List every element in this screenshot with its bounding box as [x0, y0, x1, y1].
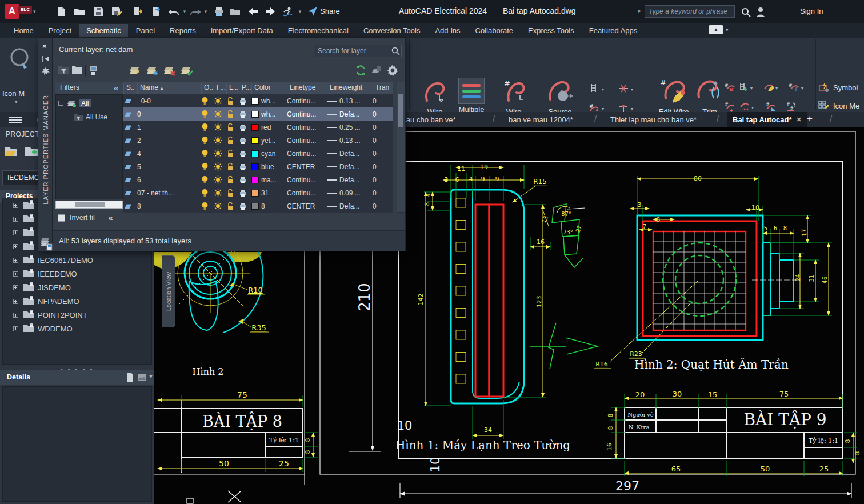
ribbon-tab-featured-apps[interactable]: Featured Apps: [582, 24, 645, 37]
layer-on-icon[interactable]: [201, 121, 214, 134]
ladder-caret-icon[interactable]: ▾: [602, 87, 604, 92]
layer-lineweight[interactable]: Defa...: [327, 160, 373, 173]
layer-row-1[interactable]: 1redContinu...0.25 ...0: [123, 121, 393, 134]
plot-icon[interactable]: [213, 5, 225, 18]
layer-lock-icon[interactable]: [226, 147, 239, 160]
layer-plot-icon[interactable]: [239, 147, 251, 160]
wire-number-tag-caret-icon[interactable]: ▾: [602, 106, 604, 111]
wire-edit-dots-icon[interactable]: [739, 102, 750, 112]
layer-plot-icon[interactable]: [239, 186, 251, 199]
layer-lineweight[interactable]: Defa...: [327, 199, 373, 213]
layer-color[interactable]: yel...: [251, 134, 287, 147]
tree-expand-icon[interactable]: [13, 299, 18, 304]
add-wire-number-icon[interactable]: #: [725, 102, 735, 112]
layer-freeze-icon[interactable]: [214, 199, 226, 213]
layer-plot-icon[interactable]: [239, 160, 251, 173]
tree-expand-icon[interactable]: [13, 285, 18, 290]
layer-settings-toggle-icon[interactable]: [371, 65, 382, 76]
layer-on-icon[interactable]: [201, 94, 214, 107]
palette-close-icon[interactable]: ×: [42, 42, 47, 50]
layer-search-icon[interactable]: [391, 47, 400, 58]
tree-expand-icon[interactable]: [13, 326, 18, 331]
layer-color[interactable]: blue: [251, 160, 287, 173]
column-header-o[interactable]: O..: [201, 83, 214, 94]
tree-expand-icon[interactable]: [13, 230, 18, 235]
column-header-linetype[interactable]: Linetype: [287, 83, 327, 94]
layer-name[interactable]: 2: [137, 134, 201, 147]
ribbon-tab-add-ins[interactable]: Add-ins: [428, 24, 467, 37]
layer-color[interactable]: cyan: [251, 147, 287, 160]
layer-row-4[interactable]: 4cyanContinu...Defa...0: [123, 147, 393, 160]
layer-lock-icon[interactable]: [226, 199, 239, 213]
layer-name[interactable]: _0-0_: [137, 94, 201, 107]
export-icon[interactable]: [131, 5, 144, 18]
ribbon-tab-express-tools[interactable]: Express Tools: [521, 24, 581, 37]
layer-color[interactable]: 31: [251, 186, 287, 199]
layer-freeze-icon[interactable]: [214, 107, 226, 121]
layer-linetype[interactable]: Continu...: [287, 147, 327, 160]
column-header-f[interactable]: F...: [214, 83, 226, 94]
ribbon-tab-reports[interactable]: Reports: [163, 24, 203, 37]
column-header-p[interactable]: P...: [239, 83, 251, 94]
palette-autohide-icon[interactable]: [42, 54, 50, 65]
layer-on-icon[interactable]: [201, 199, 214, 213]
details-collapse-icon[interactable]: ▼: [148, 373, 154, 379]
tree-expand-icon[interactable]: [13, 203, 18, 208]
layer-transparency[interactable]: 0: [373, 173, 393, 186]
column-header-color[interactable]: Color: [251, 83, 287, 94]
ribbon-tab-import-export-data[interactable]: Import/Export Data: [204, 24, 280, 37]
new-project-icon[interactable]: [24, 144, 39, 159]
layer-group-filter-icon[interactable]: [71, 65, 83, 76]
palette-properties-icon[interactable]: [42, 67, 50, 77]
invert-filter-checkbox[interactable]: [58, 214, 65, 222]
layer-grid-scrollbar[interactable]: [397, 82, 405, 213]
layer-lock-icon[interactable]: [226, 94, 239, 107]
ribbon-tab-project[interactable]: Project: [42, 24, 78, 37]
details-doc-icon[interactable]: [126, 373, 134, 384]
layer-name[interactable]: 4: [137, 147, 201, 160]
file-tab[interactable]: Bai tap Autocad*✕: [727, 112, 807, 127]
layer-row-07-net-th-[interactable]: 07 - net th...31Continu...0.09 ...0: [123, 186, 393, 199]
layer-transparency[interactable]: 0: [373, 160, 393, 173]
layer-color[interactable]: wh...: [251, 107, 287, 121]
filters-panel-collapse-icon[interactable]: «: [109, 213, 113, 222]
layer-freeze-icon[interactable]: [214, 160, 226, 173]
project-tree-item-wddemo[interactable]: WDDEMO: [3, 322, 151, 335]
layer-name[interactable]: 6: [137, 173, 201, 186]
layer-plot-icon[interactable]: [239, 199, 251, 213]
qat-menu-caret-icon[interactable]: ▾: [294, 5, 306, 18]
layer-linetype[interactable]: Continu...: [287, 121, 327, 134]
layer-lock-icon[interactable]: [226, 121, 239, 134]
layer-plot-icon[interactable]: [239, 173, 251, 186]
back-icon[interactable]: [247, 5, 259, 18]
new-layer-vp-freeze-icon[interactable]: [146, 65, 157, 76]
settings-gear-icon[interactable]: [387, 65, 398, 76]
ribbon-display-caret-icon[interactable]: ▾: [726, 27, 729, 33]
layer-filter-new-icon[interactable]: [58, 65, 69, 76]
layer-freeze-icon[interactable]: [214, 173, 226, 186]
wire-edit-dots-caret-icon[interactable]: ▾: [751, 105, 754, 110]
layer-lineweight[interactable]: 0.09 ...: [327, 186, 373, 199]
layer-name[interactable]: 1: [137, 121, 201, 134]
set-current-layer-icon[interactable]: [180, 65, 191, 76]
ribbon-display-toggle[interactable]: ▲: [709, 25, 723, 34]
project-tree-item-iec60617demo[interactable]: IEC60617DEMO: [3, 253, 151, 267]
wire-number-move-icon[interactable]: ##: [789, 82, 799, 93]
layer-search-input[interactable]: [314, 45, 402, 57]
layer-lineweight[interactable]: Defa...: [327, 147, 373, 160]
open-folder-icon[interactable]: [73, 5, 86, 18]
search-icon[interactable]: [739, 6, 752, 18]
layer-freeze-icon[interactable]: [214, 147, 226, 160]
tree-expand-icon[interactable]: [13, 258, 18, 263]
layer-color[interactable]: 8: [251, 199, 287, 213]
layer-linetype[interactable]: CENTER: [287, 199, 327, 213]
layer-lineweight[interactable]: Defa...: [327, 107, 373, 121]
layer-transparency[interactable]: 0: [373, 121, 393, 134]
layer-plot-icon[interactable]: [239, 94, 251, 107]
delete-wire-number-icon[interactable]: #: [725, 82, 735, 93]
filter-all-used[interactable]: All Use: [86, 113, 107, 121]
layer-lock-icon[interactable]: [226, 173, 239, 186]
user-avatar-icon[interactable]: [754, 5, 767, 18]
layer-row-8[interactable]: 88CENTERDefa...0: [123, 199, 393, 213]
layer-transparency[interactable]: 0: [373, 147, 393, 160]
